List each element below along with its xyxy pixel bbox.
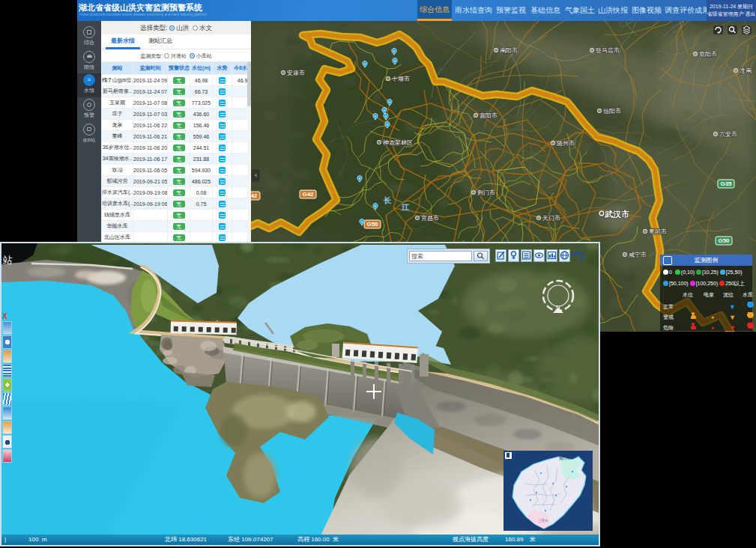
svg-text:荆门市: 荆门市 xyxy=(477,189,495,196)
svg-text:三亚市: 三亚市 xyxy=(538,518,548,523)
svg-text:G42: G42 xyxy=(251,192,258,199)
svg-text:海口市: 海口市 xyxy=(559,456,570,461)
svg-text:信阳市: 信阳市 xyxy=(603,108,621,115)
svg-text:阜阳市: 阜阳市 xyxy=(699,51,717,58)
svg-text:江: 江 xyxy=(401,203,410,211)
svg-text:G50: G50 xyxy=(718,237,730,244)
svg-text:随州市: 随州市 xyxy=(557,140,575,147)
svg-text:宜昌市: 宜昌市 xyxy=(421,215,439,222)
svg-text:襄阳市: 襄阳市 xyxy=(480,112,498,119)
svg-text:淮南: 淮南 xyxy=(740,67,752,74)
svg-text:咸宁市: 咸宁市 xyxy=(629,252,647,258)
svg-text:十堰市: 十堰市 xyxy=(391,76,410,82)
svg-text:天门市: 天门市 xyxy=(542,215,560,222)
svg-text:G50: G50 xyxy=(366,221,378,228)
svg-text:驻马店市: 驻马店市 xyxy=(596,47,620,54)
svg-text:六安市: 六安市 xyxy=(719,131,737,138)
svg-text:武汉市: 武汉市 xyxy=(604,210,629,219)
svg-text:黄冈市: 黄冈市 xyxy=(649,228,667,235)
svg-text:南阳市: 南阳市 xyxy=(500,47,518,54)
svg-text:G42: G42 xyxy=(302,191,314,198)
svg-text:G35: G35 xyxy=(720,180,732,187)
svg-text:长: 长 xyxy=(383,196,392,204)
svg-text:神农架林区: 神农架林区 xyxy=(382,139,413,146)
svg-text:安康市: 安康市 xyxy=(287,70,305,76)
svg-text:N: N xyxy=(556,304,560,311)
